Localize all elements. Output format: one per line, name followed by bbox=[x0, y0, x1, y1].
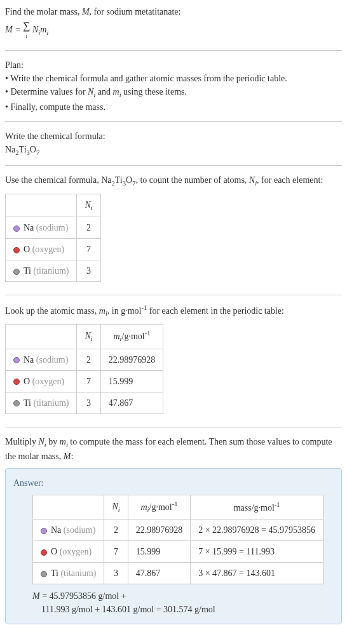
plan-b2b: and bbox=[95, 87, 112, 97]
header-blank bbox=[33, 495, 104, 520]
intro-line1: Find the molar mass, bbox=[5, 7, 82, 17]
plan-bullet-1: • Write the chemical formula and gather … bbox=[5, 72, 342, 85]
dot-icon bbox=[13, 269, 20, 275]
chemical-formula-section: Write the chemical formula: Na2Ti3O7 bbox=[5, 130, 342, 166]
chem-ti: Ti bbox=[19, 145, 27, 154]
answer-label: Answer: bbox=[13, 476, 334, 490]
chem-o: O bbox=[30, 145, 36, 154]
element-symbol: O bbox=[24, 377, 30, 386]
mass-b-sup: -1 bbox=[141, 304, 147, 311]
formula-title: Write the chemical formula: bbox=[5, 130, 342, 143]
mass-calc: 2 × 22.98976928 = 45.97953856 bbox=[191, 520, 323, 541]
m-value: 15.999 bbox=[100, 370, 163, 392]
element-symbol: O bbox=[24, 245, 30, 254]
mult-M: M bbox=[64, 452, 71, 461]
count-chem-o: O bbox=[126, 175, 132, 185]
element-cell: Na (sodium) bbox=[6, 217, 77, 239]
n-value: 3 bbox=[77, 260, 100, 282]
plan-b2a: • Determine values for bbox=[5, 87, 88, 97]
result-lhs: M bbox=[32, 591, 40, 601]
element-name: (titanium) bbox=[33, 398, 69, 408]
table-row: Na (sodium) 2 22.98976928 2 × 22.9897692… bbox=[33, 520, 323, 541]
result-formula: M = 45.97953856 g/mol + 111.993 g/mol + … bbox=[32, 589, 334, 616]
count-table: Ni Na (sodium) 2 O (oxygen) 7 Ti (titani… bbox=[5, 194, 101, 283]
element-symbol: Na bbox=[24, 355, 34, 365]
count-c: , for each element: bbox=[257, 175, 323, 185]
header-ni: Ni bbox=[77, 325, 100, 349]
count-chem-ti: Ti bbox=[115, 175, 123, 185]
chem-o-sub: 7 bbox=[36, 149, 39, 156]
table-row: O (oxygen) 7 bbox=[6, 239, 101, 260]
element-cell: O (oxygen) bbox=[33, 541, 104, 563]
table-row: Ti (titanium) 3 bbox=[6, 260, 101, 282]
header-blank bbox=[6, 325, 77, 349]
formula-n: N bbox=[32, 25, 38, 34]
intro-section: Find the molar mass, M, for sodium metat… bbox=[5, 5, 342, 51]
formula-lhs: M bbox=[5, 25, 13, 34]
plan-title: Plan: bbox=[5, 58, 342, 72]
n-value: 3 bbox=[77, 392, 100, 413]
mult-n: N bbox=[39, 437, 44, 446]
dot-icon bbox=[13, 247, 20, 253]
header-ni: Ni bbox=[77, 194, 100, 217]
m-value: 22.98976928 bbox=[100, 349, 163, 370]
formula-m-sub: i bbox=[46, 29, 48, 36]
dot-icon bbox=[41, 571, 47, 577]
element-cell: Na (sodium) bbox=[6, 349, 77, 370]
element-cell: Na (sodium) bbox=[33, 520, 104, 541]
header-mi: mi/g·mol-1 bbox=[100, 325, 163, 349]
plan-b2c: using these items. bbox=[121, 87, 187, 97]
mult-d: : bbox=[71, 452, 73, 461]
mass-section: Look up the atomic mass, mi, in g·mol-1 … bbox=[5, 303, 342, 427]
header-mi: mi/g·mol-1 bbox=[128, 495, 191, 520]
element-name: (sodium) bbox=[64, 525, 96, 535]
mass-c: for each element in the periodic table: bbox=[147, 306, 284, 316]
element-cell: O (oxygen) bbox=[6, 370, 77, 392]
mass-table: Ni mi/g·mol-1 Na (sodium) 2 22.98976928 … bbox=[5, 324, 163, 413]
count-chem-na: Na bbox=[101, 175, 111, 185]
dot-icon bbox=[13, 357, 20, 363]
formula-m: m bbox=[40, 25, 46, 34]
result-a: = 45.97953856 g/mol + bbox=[40, 591, 126, 601]
plan-bullet-2: • Determine values for Ni and mi using t… bbox=[5, 85, 342, 100]
element-name: (titanium) bbox=[33, 266, 69, 276]
element-name: (oxygen) bbox=[32, 245, 65, 254]
intro-line1-end: , for sodium metatitanate: bbox=[90, 7, 181, 17]
count-text: Use the chemical formula, Na2Ti3O7, to c… bbox=[5, 173, 342, 189]
table-header-row: Ni mi/g·mol-1 mass/g·mol-1 bbox=[33, 495, 323, 520]
element-name: (oxygen) bbox=[32, 377, 65, 386]
element-symbol: Ti bbox=[51, 568, 58, 578]
n-value: 7 bbox=[77, 239, 100, 260]
element-cell: Ti (titanium) bbox=[33, 563, 104, 584]
formula-sum-sub: i bbox=[25, 32, 27, 39]
dot-icon bbox=[13, 379, 20, 385]
element-symbol: Na bbox=[24, 223, 34, 232]
mult-m: m bbox=[60, 437, 66, 446]
table-header-row: Ni mi/g·mol-1 bbox=[6, 325, 163, 349]
mult-b: by bbox=[46, 437, 60, 446]
chemical-formula: Na2Ti3O7 bbox=[5, 143, 342, 158]
count-var-n: N bbox=[249, 175, 255, 185]
plan-b2-m: m bbox=[113, 87, 119, 97]
plan-bullet-3: • Finally, compute the mass. bbox=[5, 100, 342, 114]
plan-section: Plan: • Write the chemical formula and g… bbox=[5, 58, 342, 122]
element-name: (oxygen) bbox=[60, 547, 92, 556]
element-cell: Ti (titanium) bbox=[6, 392, 77, 413]
result-b: 111.993 g/mol + 143.601 g/mol = 301.574 … bbox=[41, 605, 215, 614]
element-name: (sodium) bbox=[36, 223, 69, 232]
multiply-section: Multiply Ni by mi to compute the mass fo… bbox=[5, 435, 342, 625]
dot-icon bbox=[13, 400, 20, 406]
table-row: Ti (titanium) 3 47.867 3 × 47.867 = 143.… bbox=[33, 563, 323, 584]
count-b: , to count the number of atoms, bbox=[135, 175, 248, 185]
dot-icon bbox=[41, 549, 47, 556]
dot-icon bbox=[13, 225, 20, 232]
molar-mass-formula: M = ∑i Nimi bbox=[5, 21, 342, 40]
header-blank bbox=[6, 194, 77, 217]
mult-a: Multiply bbox=[5, 437, 39, 446]
header-ni: Ni bbox=[104, 495, 128, 520]
mass-calc: 7 × 15.999 = 111.993 bbox=[191, 541, 323, 563]
answer-box: Answer: Ni mi/g·mol-1 mass/g·mol-1 Na (s… bbox=[5, 468, 342, 624]
m-value: 47.867 bbox=[100, 392, 163, 413]
answer-table: Ni mi/g·mol-1 mass/g·mol-1 Na (sodium) 2… bbox=[32, 495, 323, 584]
n-value: 2 bbox=[77, 217, 100, 239]
